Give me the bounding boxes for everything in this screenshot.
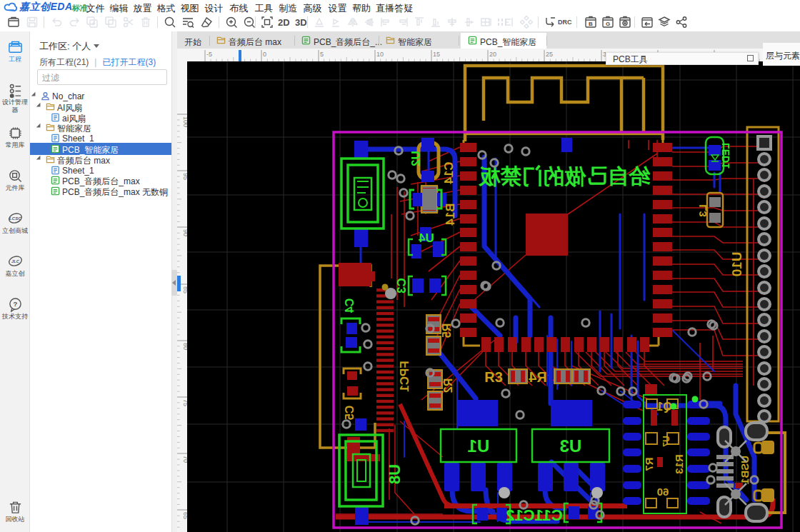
svg-text:90: 90 bbox=[182, 229, 187, 236]
svg-text:LCSC: LCSC bbox=[9, 216, 21, 221]
svg-text:U3: U3 bbox=[560, 436, 582, 456]
svg-text:70: 70 bbox=[182, 456, 187, 463]
svg-text:C5: C5 bbox=[344, 406, 356, 421]
svg-text:100: 100 bbox=[182, 116, 187, 127]
svg-text:85: 85 bbox=[182, 286, 187, 293]
svg-text:R3: R3 bbox=[484, 369, 503, 385]
svg-text:B: B bbox=[589, 21, 593, 27]
svg-text:LED1: LED1 bbox=[720, 143, 731, 169]
svg-text:Q1: Q1 bbox=[656, 401, 671, 413]
svg-text:FPC1: FPC1 bbox=[398, 361, 411, 391]
svg-text:U7: U7 bbox=[661, 436, 671, 447]
svg-text:75: 75 bbox=[182, 399, 187, 406]
svg-text:L3: L3 bbox=[696, 204, 709, 217]
svg-text:C11C12: C11C12 bbox=[506, 506, 563, 524]
svg-text:?: ? bbox=[14, 300, 18, 308]
svg-text:80: 80 bbox=[182, 343, 187, 350]
svg-text:U2: U2 bbox=[409, 151, 423, 166]
svg-text:JLC: JLC bbox=[11, 259, 20, 264]
svg-text:R5: R5 bbox=[441, 323, 453, 338]
svg-text:C4: C4 bbox=[344, 298, 356, 313]
svg-text:B14: B14 bbox=[444, 203, 457, 226]
svg-text:R13: R13 bbox=[673, 454, 685, 474]
svg-text:15: 15 bbox=[433, 51, 440, 58]
svg-text:C14: C14 bbox=[442, 161, 456, 184]
svg-text:95: 95 bbox=[182, 173, 187, 180]
svg-text:0: 0 bbox=[263, 51, 266, 58]
svg-text:U1: U1 bbox=[468, 436, 490, 456]
svg-text:25: 25 bbox=[546, 51, 553, 58]
svg-text:G: G bbox=[606, 21, 610, 27]
svg-text:R7: R7 bbox=[643, 457, 655, 471]
svg-text:R4: R4 bbox=[528, 369, 546, 385]
svg-text:R2: R2 bbox=[442, 378, 454, 393]
svg-text:65: 65 bbox=[182, 512, 187, 519]
svg-text:给自己做的门禁板: 给自己做的门禁板 bbox=[478, 164, 651, 188]
svg-text:20: 20 bbox=[489, 51, 496, 58]
svg-text:C3: C3 bbox=[395, 278, 409, 293]
svg-text:U10: U10 bbox=[729, 252, 744, 277]
svg-text:60: 60 bbox=[657, 486, 669, 498]
svg-text:U4: U4 bbox=[419, 231, 434, 245]
svg-text:U8: U8 bbox=[386, 464, 404, 484]
svg-text:10: 10 bbox=[376, 51, 384, 58]
svg-text:5: 5 bbox=[320, 51, 324, 58]
svg-text:-5: -5 bbox=[206, 51, 212, 58]
